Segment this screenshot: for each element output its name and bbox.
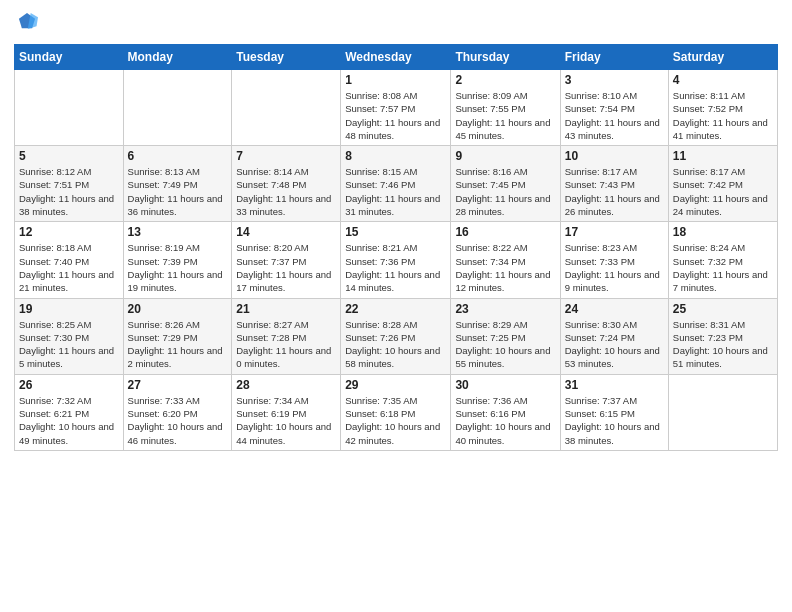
day-info: Sunrise: 8:17 AM Sunset: 7:43 PM Dayligh… (565, 165, 664, 218)
day-header-friday: Friday (560, 45, 668, 70)
day-number: 30 (455, 378, 555, 392)
day-info: Sunrise: 8:19 AM Sunset: 7:39 PM Dayligh… (128, 241, 228, 294)
week-row-1: 1Sunrise: 8:08 AM Sunset: 7:57 PM Daylig… (15, 70, 778, 146)
day-info: Sunrise: 7:37 AM Sunset: 6:15 PM Dayligh… (565, 394, 664, 447)
day-info: Sunrise: 8:26 AM Sunset: 7:29 PM Dayligh… (128, 318, 228, 371)
day-number: 6 (128, 149, 228, 163)
day-info: Sunrise: 8:29 AM Sunset: 7:25 PM Dayligh… (455, 318, 555, 371)
day-number: 28 (236, 378, 336, 392)
calendar-cell: 3Sunrise: 8:10 AM Sunset: 7:54 PM Daylig… (560, 70, 668, 146)
day-number: 24 (565, 302, 664, 316)
calendar-cell (232, 70, 341, 146)
calendar-cell: 30Sunrise: 7:36 AM Sunset: 6:16 PM Dayli… (451, 374, 560, 450)
day-info: Sunrise: 8:15 AM Sunset: 7:46 PM Dayligh… (345, 165, 446, 218)
day-number: 19 (19, 302, 119, 316)
day-number: 18 (673, 225, 773, 239)
day-info: Sunrise: 7:32 AM Sunset: 6:21 PM Dayligh… (19, 394, 119, 447)
day-number: 29 (345, 378, 446, 392)
calendar-cell: 29Sunrise: 7:35 AM Sunset: 6:18 PM Dayli… (341, 374, 451, 450)
day-info: Sunrise: 8:08 AM Sunset: 7:57 PM Dayligh… (345, 89, 446, 142)
calendar-cell: 6Sunrise: 8:13 AM Sunset: 7:49 PM Daylig… (123, 146, 232, 222)
day-header-tuesday: Tuesday (232, 45, 341, 70)
day-number: 4 (673, 73, 773, 87)
calendar-cell: 31Sunrise: 7:37 AM Sunset: 6:15 PM Dayli… (560, 374, 668, 450)
day-info: Sunrise: 8:20 AM Sunset: 7:37 PM Dayligh… (236, 241, 336, 294)
calendar-cell: 7Sunrise: 8:14 AM Sunset: 7:48 PM Daylig… (232, 146, 341, 222)
day-number: 26 (19, 378, 119, 392)
day-info: Sunrise: 8:27 AM Sunset: 7:28 PM Dayligh… (236, 318, 336, 371)
day-number: 5 (19, 149, 119, 163)
calendar-cell: 2Sunrise: 8:09 AM Sunset: 7:55 PM Daylig… (451, 70, 560, 146)
day-number: 1 (345, 73, 446, 87)
calendar-cell: 14Sunrise: 8:20 AM Sunset: 7:37 PM Dayli… (232, 222, 341, 298)
day-number: 9 (455, 149, 555, 163)
calendar-cell: 10Sunrise: 8:17 AM Sunset: 7:43 PM Dayli… (560, 146, 668, 222)
day-info: Sunrise: 8:13 AM Sunset: 7:49 PM Dayligh… (128, 165, 228, 218)
calendar-cell: 1Sunrise: 8:08 AM Sunset: 7:57 PM Daylig… (341, 70, 451, 146)
calendar-cell: 8Sunrise: 8:15 AM Sunset: 7:46 PM Daylig… (341, 146, 451, 222)
day-number: 7 (236, 149, 336, 163)
day-info: Sunrise: 7:36 AM Sunset: 6:16 PM Dayligh… (455, 394, 555, 447)
day-info: Sunrise: 8:28 AM Sunset: 7:26 PM Dayligh… (345, 318, 446, 371)
calendar-cell: 5Sunrise: 8:12 AM Sunset: 7:51 PM Daylig… (15, 146, 124, 222)
day-number: 10 (565, 149, 664, 163)
day-number: 22 (345, 302, 446, 316)
day-info: Sunrise: 8:31 AM Sunset: 7:23 PM Dayligh… (673, 318, 773, 371)
week-row-4: 19Sunrise: 8:25 AM Sunset: 7:30 PM Dayli… (15, 298, 778, 374)
calendar-cell: 4Sunrise: 8:11 AM Sunset: 7:52 PM Daylig… (668, 70, 777, 146)
calendar-cell: 24Sunrise: 8:30 AM Sunset: 7:24 PM Dayli… (560, 298, 668, 374)
calendar-cell: 22Sunrise: 8:28 AM Sunset: 7:26 PM Dayli… (341, 298, 451, 374)
day-number: 20 (128, 302, 228, 316)
calendar-cell (15, 70, 124, 146)
logo-icon (16, 10, 38, 32)
calendar-cell: 12Sunrise: 8:18 AM Sunset: 7:40 PM Dayli… (15, 222, 124, 298)
calendar-cell: 19Sunrise: 8:25 AM Sunset: 7:30 PM Dayli… (15, 298, 124, 374)
calendar-cell (668, 374, 777, 450)
days-header-row: SundayMondayTuesdayWednesdayThursdayFrid… (15, 45, 778, 70)
calendar-cell: 13Sunrise: 8:19 AM Sunset: 7:39 PM Dayli… (123, 222, 232, 298)
day-info: Sunrise: 8:30 AM Sunset: 7:24 PM Dayligh… (565, 318, 664, 371)
day-info: Sunrise: 8:18 AM Sunset: 7:40 PM Dayligh… (19, 241, 119, 294)
calendar-cell: 21Sunrise: 8:27 AM Sunset: 7:28 PM Dayli… (232, 298, 341, 374)
day-info: Sunrise: 8:11 AM Sunset: 7:52 PM Dayligh… (673, 89, 773, 142)
day-info: Sunrise: 7:35 AM Sunset: 6:18 PM Dayligh… (345, 394, 446, 447)
day-header-wednesday: Wednesday (341, 45, 451, 70)
day-number: 11 (673, 149, 773, 163)
calendar-cell (123, 70, 232, 146)
day-number: 31 (565, 378, 664, 392)
day-number: 17 (565, 225, 664, 239)
calendar-cell: 20Sunrise: 8:26 AM Sunset: 7:29 PM Dayli… (123, 298, 232, 374)
calendar-cell: 26Sunrise: 7:32 AM Sunset: 6:21 PM Dayli… (15, 374, 124, 450)
day-number: 16 (455, 225, 555, 239)
day-number: 12 (19, 225, 119, 239)
day-info: Sunrise: 8:24 AM Sunset: 7:32 PM Dayligh… (673, 241, 773, 294)
day-number: 14 (236, 225, 336, 239)
calendar-cell: 25Sunrise: 8:31 AM Sunset: 7:23 PM Dayli… (668, 298, 777, 374)
calendar-table: SundayMondayTuesdayWednesdayThursdayFrid… (14, 44, 778, 451)
page: SundayMondayTuesdayWednesdayThursdayFrid… (0, 0, 792, 612)
day-number: 2 (455, 73, 555, 87)
day-number: 27 (128, 378, 228, 392)
calendar-cell: 11Sunrise: 8:17 AM Sunset: 7:42 PM Dayli… (668, 146, 777, 222)
calendar-cell: 15Sunrise: 8:21 AM Sunset: 7:36 PM Dayli… (341, 222, 451, 298)
week-row-3: 12Sunrise: 8:18 AM Sunset: 7:40 PM Dayli… (15, 222, 778, 298)
day-info: Sunrise: 8:12 AM Sunset: 7:51 PM Dayligh… (19, 165, 119, 218)
day-info: Sunrise: 8:21 AM Sunset: 7:36 PM Dayligh… (345, 241, 446, 294)
calendar-cell: 16Sunrise: 8:22 AM Sunset: 7:34 PM Dayli… (451, 222, 560, 298)
calendar-cell: 27Sunrise: 7:33 AM Sunset: 6:20 PM Dayli… (123, 374, 232, 450)
week-row-5: 26Sunrise: 7:32 AM Sunset: 6:21 PM Dayli… (15, 374, 778, 450)
day-header-monday: Monday (123, 45, 232, 70)
day-number: 23 (455, 302, 555, 316)
day-info: Sunrise: 8:17 AM Sunset: 7:42 PM Dayligh… (673, 165, 773, 218)
day-number: 15 (345, 225, 446, 239)
day-info: Sunrise: 8:16 AM Sunset: 7:45 PM Dayligh… (455, 165, 555, 218)
day-info: Sunrise: 8:25 AM Sunset: 7:30 PM Dayligh… (19, 318, 119, 371)
calendar-cell: 9Sunrise: 8:16 AM Sunset: 7:45 PM Daylig… (451, 146, 560, 222)
calendar-cell: 28Sunrise: 7:34 AM Sunset: 6:19 PM Dayli… (232, 374, 341, 450)
week-row-2: 5Sunrise: 8:12 AM Sunset: 7:51 PM Daylig… (15, 146, 778, 222)
day-number: 25 (673, 302, 773, 316)
calendar-cell: 18Sunrise: 8:24 AM Sunset: 7:32 PM Dayli… (668, 222, 777, 298)
day-number: 21 (236, 302, 336, 316)
day-number: 3 (565, 73, 664, 87)
logo (14, 10, 38, 36)
